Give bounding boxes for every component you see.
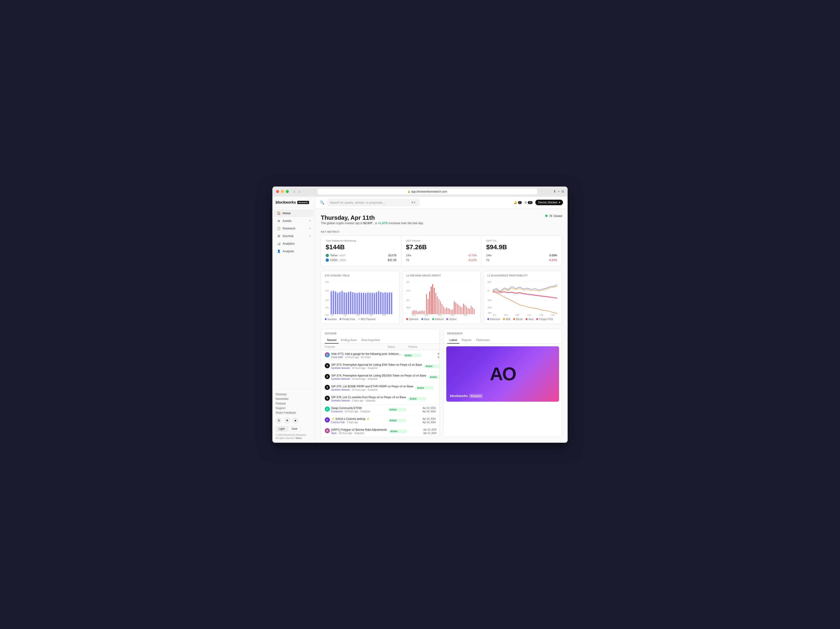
maximize-button[interactable] (286, 190, 289, 193)
proposal-source[interactable]: Aave (331, 432, 336, 434)
light-theme-button[interactable]: Light (276, 426, 287, 432)
back-button[interactable]: ‹ (292, 189, 296, 194)
svg-rect-18 (350, 293, 351, 314)
nav-buttons: ‹ › (292, 189, 302, 194)
proposal-row[interactable]: S SIP-376: List 11 markets from Perps v2… (321, 394, 439, 404)
eth-staking-chart: ETH STAKING YIELD 4.00% 3.00% 2.00% 1.00… (321, 271, 399, 324)
arbitrum-legend: Arbitrum (432, 318, 444, 320)
stablecoin-value: $144B (326, 243, 396, 251)
sidebar-item-govhub[interactable]: 🏛 GovHub ▾ (274, 232, 314, 240)
proposal-source[interactable]: Cosmos Hub (331, 421, 344, 424)
logo-badge: Research (297, 201, 309, 204)
support-link[interactable]: Support (276, 406, 312, 410)
optimism-dot (406, 318, 408, 320)
svg-text:04/11: 04/11 (493, 314, 496, 316)
titlebar-actions: ⬆ + ⧉ (553, 189, 564, 194)
user-name: Dennis Stücken (538, 201, 557, 204)
tab-latest[interactable]: Latest (447, 337, 459, 344)
proposal-info-group: S SIP-374: Preemptive Approval for Listi… (325, 374, 426, 380)
tab-flashnotes[interactable]: Flashnotes (474, 337, 492, 344)
sidebar-item-home[interactable]: 🏠 Home (274, 210, 314, 217)
arbitrum-label: Arbitrum (435, 318, 444, 320)
close-button[interactable] (276, 190, 279, 193)
minimize-button[interactable] (281, 190, 284, 193)
ao-symbol: AO (490, 363, 516, 385)
tab-most-important[interactable]: Most Important (359, 337, 382, 344)
proposal-row[interactable]: C Swap Community ETHW Compound · 20 hour… (321, 404, 439, 415)
proposal-source[interactable]: Synthetix Network (331, 388, 350, 391)
research-featured-card[interactable]: AO blockworks Research (446, 346, 559, 402)
twitter-icon[interactable]: 𝕏 (276, 417, 282, 424)
proposal-source[interactable]: Curve DAO (331, 356, 343, 359)
proposal-info: SIP-376: List 11 markets from Perps v2 o… (331, 396, 406, 402)
status-badge: Active (388, 430, 407, 433)
user-menu-button[interactable]: Dennis Stücken ▾ (535, 200, 563, 205)
tab-ending-soon[interactable]: Ending Soon (339, 337, 359, 344)
fear-greed-dot (545, 214, 548, 217)
url-bar[interactable]: 🔒 app.blockworksresearch.com (317, 188, 538, 195)
share-icon[interactable]: ⬆ (553, 189, 556, 194)
notifications-button[interactable]: 🔔 0 (514, 201, 522, 204)
table-header: Proposal Status Timeline (321, 344, 439, 350)
research-logo: blockworks Research (450, 394, 483, 398)
l2-chart: L2 ONCHAIN GROSS PROFIT $2M $1.5M $1M $5… (402, 271, 481, 324)
proposal-row[interactable]: S SIP-375: List BOME-PERP and ETHFI-PERP… (321, 383, 439, 394)
proposal-row[interactable]: S SIP-373: Preemptive Approval for Listi… (321, 361, 439, 372)
svg-rect-113 (454, 301, 454, 314)
telegram-icon[interactable]: ✈ (284, 417, 291, 424)
avax-dot (526, 318, 527, 320)
base-legend: Base (422, 318, 429, 320)
proposal-source[interactable]: Synthetix Network (331, 367, 350, 369)
svg-rect-29 (374, 294, 375, 314)
sidebar-item-analytics[interactable]: 📊 Analytics (274, 240, 314, 248)
podcast-link[interactable]: Podcast (276, 401, 312, 406)
svg-rect-45 (346, 293, 347, 294)
govhub-title: GOVHUB (325, 332, 436, 335)
sidebar-item-research[interactable]: 📋 Research ▾ (274, 225, 314, 232)
lock-icon: 🔒 (407, 190, 410, 193)
tab-newest[interactable]: Newest (325, 337, 339, 344)
proposal-source[interactable]: Compound (331, 410, 343, 413)
proposal-row[interactable]: C Vote #771: Add a gauge for the followi… (321, 350, 439, 361)
proposal-row[interactable]: S SIP-374: Preemptive Approval for Listi… (321, 372, 439, 383)
svg-rect-17 (348, 294, 349, 314)
other-social-icon[interactable]: ● (292, 417, 299, 424)
proposal-source[interactable]: Synthetix Network (331, 378, 350, 380)
sidebar-item-analysts[interactable]: 👤 Analysts (274, 248, 314, 255)
research-logo-badge: Research (469, 394, 483, 398)
proposal-row[interactable]: C ⚡ SAGA x Cosmos airdrop ⚡ Cosmos Hub ·… (321, 415, 439, 426)
dex-value: $7.26B (406, 243, 477, 251)
svg-text:0.00%: 0.00% (325, 314, 329, 316)
logo-text: blockworks (276, 200, 296, 205)
proposal-row[interactable]: A [ARFC] Polygon v2 Borrow Rate Adjustme… (321, 426, 439, 437)
svg-rect-36 (388, 293, 390, 314)
page-subtitle: The global crypto market cap is $2.63T ,… (321, 221, 423, 225)
new-tab-icon[interactable]: + (558, 189, 560, 194)
notifications-count: 0 (518, 201, 522, 204)
svg-rect-10 (333, 293, 334, 314)
base-label: Base (424, 318, 429, 320)
proposal-info-group: S SIP-373: Preemptive Approval for Listi… (325, 363, 422, 369)
timeline-text: Apr 10, 2024Apr 24, 2024 (408, 417, 436, 424)
govhub-tabs: Newest Ending Soon Most Important (321, 337, 439, 344)
cosmos-icon: C (325, 417, 330, 422)
proposal-title: SIP-375: List BOME-PERP and ETHFI-PERP o… (331, 385, 413, 388)
l2-chart-legend: Optimism Base Arbitrum (406, 318, 477, 320)
nav-label-home: Home (283, 211, 291, 215)
svg-text:03/24: 03/24 (356, 314, 360, 316)
proposal-source[interactable]: Synthetix Network (331, 399, 350, 402)
dark-theme-button[interactable]: Dark (289, 426, 300, 432)
forward-button[interactable]: › (297, 189, 301, 194)
svg-rect-70 (378, 290, 379, 292)
proposal-info-group: S SIP-375: List BOME-PERP and ETHFI-PERP… (325, 385, 413, 391)
tabs-icon[interactable]: ⧉ (562, 189, 564, 194)
newsletter-link[interactable]: Newsletter (276, 397, 312, 401)
glossary-link[interactable]: Glossary (276, 392, 312, 397)
updates-button[interactable]: ⊞ 13 (524, 201, 532, 204)
tab-reports[interactable]: Reports (459, 337, 474, 344)
terms-link[interactable]: Terms (295, 437, 302, 440)
sidebar-item-assets[interactable]: ◈ Assets ▾ (274, 217, 314, 225)
share-feedback-link[interactable]: Share Feedback (276, 410, 312, 415)
svg-rect-32 (380, 294, 382, 314)
search-bar[interactable]: Search for assets, articles, or proposal… (327, 199, 420, 206)
